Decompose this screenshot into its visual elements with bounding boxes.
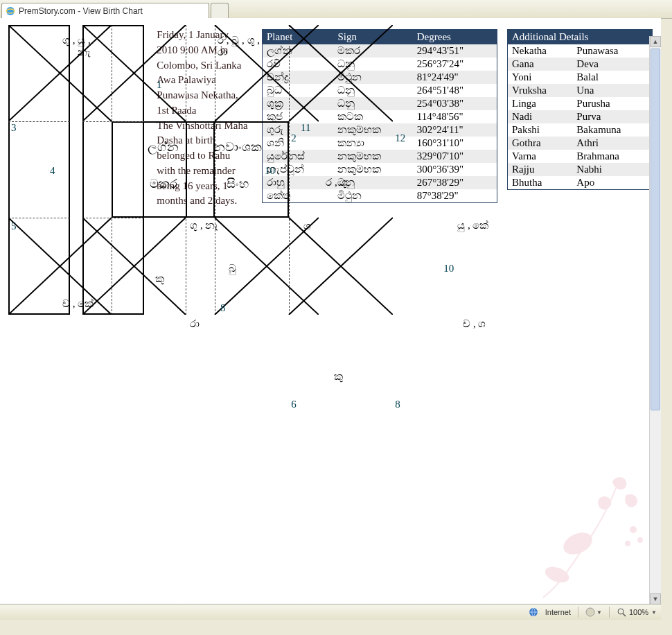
planets-label: කු — [334, 371, 343, 383]
svg-line-25 — [623, 614, 626, 616]
cell: Gothra — [508, 137, 573, 150]
cell: Vruksha — [508, 84, 573, 97]
svg-point-0 — [6, 7, 15, 15]
planets-label: ගු , නැ — [190, 220, 218, 232]
th-degrees: Degrees — [413, 30, 497, 45]
table-row: GothraAthri — [508, 137, 653, 150]
cell: Purusha — [572, 97, 652, 110]
svg-point-19 — [630, 526, 637, 533]
cell: 294°43'51" — [413, 44, 497, 58]
house-num: 6 — [291, 399, 297, 410]
cell: Varna — [508, 150, 573, 163]
house-num: 10 — [443, 263, 454, 275]
cell: 264°51'48" — [413, 84, 497, 97]
browser-tab-active[interactable]: PremStory.com - View Birth Chart — [1, 3, 209, 18]
details-table: Additional Details NekathaPunawasaGanaDe… — [507, 29, 653, 190]
table-row: LingaPurusha — [508, 97, 653, 110]
table-row: NekathaPunawasa — [508, 44, 653, 58]
cell: 87°38'29" — [413, 189, 497, 203]
table-row: VrukshaUna — [508, 84, 653, 97]
chevron-down-icon: ▼ — [651, 609, 657, 616]
cell: 114°48'56" — [413, 110, 497, 123]
cell: Purva — [572, 110, 652, 123]
house-num: 5 — [11, 220, 17, 232]
page-content: ලග්න මකර 1 3 4 5 8 10 11 ගු , යු , නැ ර … — [0, 18, 661, 620]
svg-point-24 — [618, 609, 624, 614]
cell: 302°24'11" — [413, 123, 497, 137]
chart-type-label: නවාංශක — [187, 139, 288, 155]
navamsa-chart: නවාංශක සිංහ 2 12 6 8 10 ර , ශු ගු , නැ ය… — [82, 25, 144, 315]
cell: Pakshi — [508, 123, 573, 137]
cell: Athri — [572, 137, 652, 150]
tab-title: PremStory.com - View Birth Chart — [19, 6, 143, 16]
planets-label: යු , කේ — [457, 220, 488, 232]
cell: Gana — [508, 58, 573, 71]
cell: Brahmana — [572, 150, 652, 163]
table-row: BhuthaApo — [508, 176, 653, 190]
cell: 160°31'10" — [413, 137, 497, 150]
rasi-chart: ලග්න මකර 1 3 4 5 8 10 11 ගු , යු , නැ ර … — [8, 25, 70, 315]
cell: Apo — [572, 176, 652, 190]
cell: Bakamuna — [572, 123, 652, 137]
cell: Yoni — [508, 71, 573, 84]
zoom-control[interactable]: 100% ▼ — [617, 607, 657, 617]
house-num: 2 — [291, 132, 297, 144]
vertical-scrollbar[interactable]: ▲ ▼ — [649, 36, 661, 604]
svg-point-18 — [543, 564, 572, 585]
table-row: VarnaBrahmana — [508, 150, 653, 163]
cell: Nadi — [508, 110, 573, 123]
cell: 329°07'10" — [413, 150, 497, 163]
cell: 254°03'38" — [413, 97, 497, 110]
charts-row: ලග්න මකර 1 3 4 5 8 10 11 ගු , යු , නැ ර … — [8, 25, 653, 315]
table-row: NadiPurva — [508, 110, 653, 123]
cell: 81°24'49" — [413, 71, 497, 84]
planets-label: බු — [229, 263, 236, 275]
house-num: 8 — [395, 399, 400, 410]
chart-sign-label: සිංහ — [187, 176, 288, 192]
svg-point-20 — [637, 537, 643, 543]
table-row: RajjuNabhi — [508, 163, 653, 176]
browser-window: PremStory.com - View Birth Chart — [0, 0, 672, 635]
cell: Linga — [508, 97, 573, 110]
magnifier-icon — [617, 607, 626, 617]
decorative-flower — [529, 467, 647, 599]
table-row: PakshiBakamuna — [508, 123, 653, 137]
status-zone: Internet — [545, 608, 571, 616]
table-row: YoniBalal — [508, 71, 653, 84]
planets-label: රා — [190, 318, 200, 330]
globe-icon — [529, 607, 538, 617]
cell: Punawasa — [572, 44, 652, 58]
cell: 256°37'24" — [413, 58, 497, 71]
cell: Balal — [572, 71, 652, 84]
house-num: 3 — [11, 122, 17, 134]
planets-label: ච , ශ — [463, 318, 486, 330]
cell: Una — [572, 84, 652, 97]
svg-point-21 — [625, 541, 630, 546]
cell: 300°36'39" — [413, 163, 497, 176]
scroll-down-arrow[interactable]: ▼ — [650, 593, 661, 604]
svg-point-17 — [560, 528, 596, 559]
zoom-level: 100% — [629, 608, 648, 616]
table-row: GanaDeva — [508, 58, 653, 71]
tab-bar: PremStory.com - View Birth Chart — [0, 0, 672, 19]
scroll-up-arrow[interactable]: ▲ — [650, 36, 661, 47]
house-num: 4 — [50, 165, 55, 177]
cell: Rajju — [508, 163, 573, 176]
cell: Deva — [572, 58, 652, 71]
protected-mode-icon[interactable]: ▼ — [585, 607, 602, 617]
scroll-thumb[interactable] — [651, 49, 660, 410]
center-box: නවාංශක සිංහ 2 12 6 8 10 ර , ශු ගු , නැ ය… — [186, 121, 289, 218]
ie-icon — [5, 6, 16, 17]
cell: 267°38'29" — [413, 176, 497, 189]
status-bar: Internet ▼ 100% ▼ — [0, 604, 661, 620]
svg-point-23 — [586, 608, 594, 616]
new-tab-button[interactable] — [211, 3, 229, 18]
planets-label: ර , ශු — [326, 177, 347, 189]
cell: Nekatha — [508, 44, 573, 58]
house-num: 12 — [395, 132, 405, 144]
cell: Nabhi — [572, 163, 652, 176]
th-details: Additional Details — [508, 30, 653, 45]
cell: Bhutha — [508, 176, 573, 190]
